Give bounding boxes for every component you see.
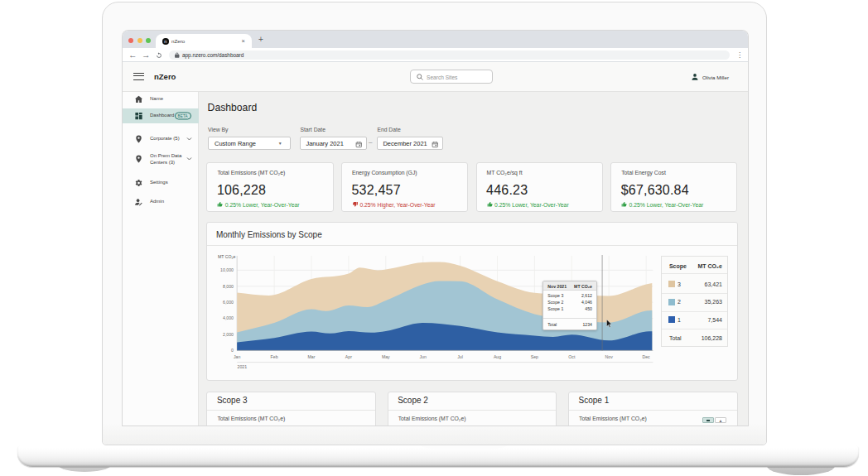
- svg-text:0: 0: [231, 348, 234, 353]
- svg-text:Jul: Jul: [458, 354, 464, 359]
- svg-text:4,000: 4,000: [223, 315, 234, 320]
- svg-text:2021: 2021: [238, 364, 248, 369]
- svg-text:Aug: Aug: [494, 354, 501, 359]
- svg-text:Mar: Mar: [308, 354, 316, 359]
- svg-text:Dec: Dec: [643, 354, 651, 359]
- svg-text:Oct: Oct: [569, 354, 576, 359]
- svg-text:10,000: 10,000: [221, 267, 234, 272]
- svg-text:May: May: [382, 354, 390, 359]
- svg-text:Jan: Jan: [234, 354, 240, 359]
- svg-text:Sep: Sep: [531, 354, 538, 359]
- svg-text:MT CO₂e: MT CO₂e: [218, 254, 236, 259]
- svg-text:Jun: Jun: [420, 354, 427, 359]
- svg-text:6,000: 6,000: [223, 300, 234, 305]
- svg-text:2,000: 2,000: [223, 332, 234, 337]
- svg-text:Nov: Nov: [605, 354, 614, 359]
- svg-text:Apr: Apr: [345, 354, 352, 359]
- svg-text:Feb: Feb: [271, 354, 278, 359]
- svg-text:8,000: 8,000: [223, 284, 234, 289]
